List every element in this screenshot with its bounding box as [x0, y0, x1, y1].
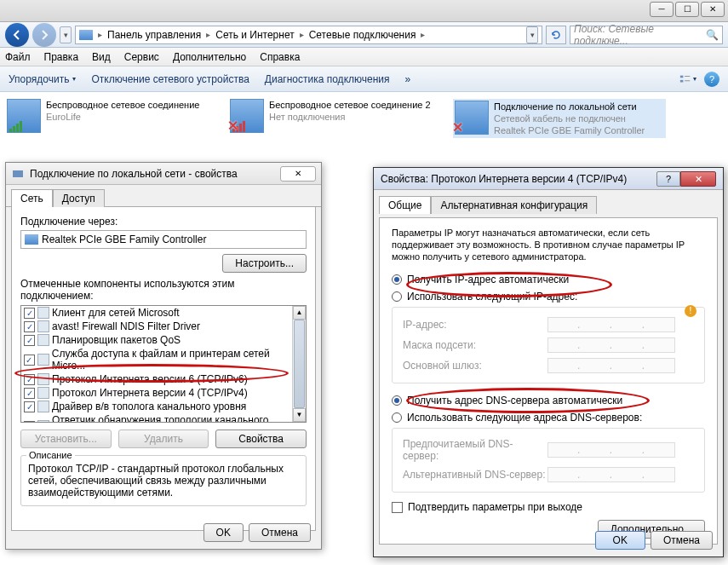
- cancel-button[interactable]: Отмена: [651, 531, 713, 550]
- checkbox[interactable]: ✓: [24, 401, 35, 412]
- connection-sub: Realtek PCIe GBE Family Controller: [494, 124, 645, 136]
- dialog-title-bar[interactable]: Подключение по локальной сети - свойства…: [6, 163, 321, 185]
- adapter-name: Realtek PCIe GBE Family Controller: [42, 233, 206, 245]
- checkbox[interactable]: ✓: [24, 321, 35, 332]
- scroll-up[interactable]: ▲: [293, 306, 306, 320]
- scroll-thumb[interactable]: [294, 320, 305, 408]
- close-button[interactable]: ✕: [680, 171, 716, 187]
- help-button[interactable]: ?: [656, 171, 680, 187]
- radio-icon: [392, 291, 402, 302]
- components-label: Отмеченные компоненты используются этим …: [20, 278, 307, 302]
- svg-rect-4: [13, 170, 23, 177]
- tab-general[interactable]: Общие: [379, 196, 431, 214]
- menu-service[interactable]: Сервис: [124, 51, 159, 63]
- refresh-button[interactable]: [546, 26, 566, 44]
- cmd-more[interactable]: »: [405, 73, 411, 85]
- cmd-organize[interactable]: Упорядочить▾: [9, 73, 76, 85]
- help-icon[interactable]: ?: [704, 72, 719, 87]
- checkbox[interactable]: ✓: [24, 355, 35, 366]
- back-button[interactable]: [5, 23, 29, 47]
- connection-item[interactable]: ✕ Беспроводное сетевое соединение 2 Нет …: [230, 99, 443, 138]
- remove-button[interactable]: Удалить: [118, 430, 209, 448]
- lan-icon: ✕: [455, 101, 489, 135]
- breadcrumb-item[interactable]: Сеть и Интернет: [215, 29, 294, 41]
- list-item[interactable]: ✓Ответчик обнаружения топологии канально…: [21, 413, 306, 423]
- radio-auto-ip[interactable]: Получить IP-адрес автоматически: [392, 271, 705, 288]
- close-button[interactable]: ✕: [280, 166, 316, 182]
- wifi-icon: [7, 99, 41, 133]
- forward-button[interactable]: [32, 23, 56, 47]
- search-input[interactable]: Поиск: Сетевые подключе... 🔍: [570, 26, 723, 44]
- checkbox[interactable]: ✓: [24, 421, 35, 424]
- connection-item[interactable]: Беспроводное сетевое соединение EuroLife: [7, 99, 220, 138]
- menu-view[interactable]: Вид: [92, 51, 111, 63]
- ok-button[interactable]: OK: [595, 531, 645, 550]
- dialog-title-bar[interactable]: Свойства: Протокол Интернета версии 4 (T…: [374, 168, 723, 190]
- checkbox[interactable]: ✓: [24, 374, 35, 385]
- checkbox[interactable]: ✓: [24, 388, 35, 399]
- minimize-button[interactable]: ─: [650, 2, 674, 17]
- menu-edit[interactable]: Правка: [44, 51, 79, 63]
- tab-access[interactable]: Доступ: [53, 189, 105, 207]
- maximize-button[interactable]: ☐: [675, 2, 699, 17]
- address-history-icon[interactable]: ▾: [526, 26, 538, 43]
- preferred-dns-input: ...: [547, 442, 675, 458]
- breadcrumb-item[interactable]: Панель управления: [107, 29, 201, 41]
- install-button[interactable]: Установить...: [20, 430, 112, 448]
- breadcrumb-item[interactable]: Сетевые подключения: [309, 29, 416, 41]
- svg-rect-1: [680, 79, 684, 82]
- list-item[interactable]: ✓Драйвер в/в тополога канального уровня: [21, 400, 306, 413]
- tab-alternate[interactable]: Альтернативная конфигурация: [431, 196, 597, 214]
- tab-network[interactable]: Сеть: [11, 189, 53, 207]
- component-icon: [37, 401, 49, 412]
- adapter-field: Realtek PCIe GBE Family Controller: [20, 230, 307, 249]
- preferred-dns-label: Предпочитаемый DNS-сервер:: [403, 438, 547, 462]
- cancel-button[interactable]: Отмена: [249, 523, 311, 542]
- list-item[interactable]: ✓Служба доступа к файлам и принтерам сет…: [21, 347, 306, 372]
- connection-item[interactable]: ✕ Подключение по локальной сети Сетевой …: [453, 99, 666, 138]
- checkbox[interactable]: ✓: [24, 308, 35, 319]
- main-title-bar: ─ ☐ ✕: [0, 0, 728, 22]
- cmd-disable[interactable]: Отключение сетевого устройства: [91, 73, 249, 85]
- subnet-mask-label: Маска подсети:: [403, 339, 547, 351]
- list-item[interactable]: ✓Планировщик пакетов QoS: [21, 333, 306, 347]
- menu-file[interactable]: Файл: [5, 51, 31, 63]
- components-list[interactable]: ✓Клиент для сетей Microsoft ✓avast! Fire…: [20, 305, 307, 423]
- connections-pane: Беспроводное сетевое соединение EuroLife…: [0, 92, 728, 145]
- ok-button[interactable]: OK: [203, 523, 244, 542]
- alternate-dns-input: ...: [547, 467, 675, 482]
- tab-strip: Общие Альтернативная конфигурация: [379, 195, 718, 213]
- connection-properties-dialog: Подключение по локальной сети - свойства…: [5, 162, 322, 550]
- connect-via-label: Подключение через:: [20, 216, 307, 228]
- close-button[interactable]: ✕: [701, 2, 725, 17]
- list-item[interactable]: ✓Протокол Интернета версии 6 (TCP/IPv6): [21, 372, 306, 386]
- radio-use-dns[interactable]: Использовать следующие адреса DNS-сервер…: [392, 409, 705, 426]
- ip-fields-group: IP-адрес:... Маска подсети:... Основной …: [392, 307, 705, 383]
- connection-name: Подключение по локальной сети: [494, 101, 645, 112]
- list-item[interactable]: ✓Протокол Интернета версии 4 (TCP/IPv4): [21, 386, 306, 400]
- history-dropdown[interactable]: ▾: [60, 26, 72, 43]
- radio-auto-dns[interactable]: Получить адрес DNS-сервера автоматически: [392, 392, 705, 409]
- cmd-diagnose[interactable]: Диагностика подключения: [265, 73, 390, 85]
- menu-extra[interactable]: Дополнительно: [173, 51, 246, 63]
- configure-button[interactable]: Настроить...: [222, 254, 307, 273]
- view-icon[interactable]: ▾: [679, 71, 697, 88]
- scrollbar[interactable]: ▲ ▼: [292, 306, 306, 422]
- scroll-down[interactable]: ▼: [293, 408, 306, 422]
- radio-use-ip[interactable]: Использовать следующий IP-адрес:: [392, 288, 705, 305]
- checkbox[interactable]: ✓: [24, 335, 35, 346]
- properties-button[interactable]: Свойства: [215, 430, 307, 448]
- validate-checkbox-row[interactable]: Подтвердить параметры при выходе: [392, 501, 705, 513]
- component-icon: [37, 420, 49, 423]
- description-text: Протокол TCP/IP - стандартный протокол г…: [28, 463, 284, 499]
- menu-help[interactable]: Справка: [260, 51, 300, 63]
- nav-bar: ▾ ▸ Панель управления ▸ Сеть и Интернет …: [0, 22, 728, 48]
- component-icon: [37, 373, 49, 385]
- address-bar[interactable]: ▸ Панель управления ▸ Сеть и Интернет ▸ …: [75, 26, 542, 44]
- radio-icon: [392, 412, 402, 423]
- checkbox[interactable]: [392, 502, 403, 513]
- list-item[interactable]: ✓avast! Firewall NDIS Filter Driver: [21, 320, 306, 333]
- menu-bar: Файл Правка Вид Сервис Дополнительно Спр…: [0, 48, 728, 66]
- list-item[interactable]: ✓Клиент для сетей Microsoft: [21, 306, 306, 320]
- component-icon: [37, 334, 49, 346]
